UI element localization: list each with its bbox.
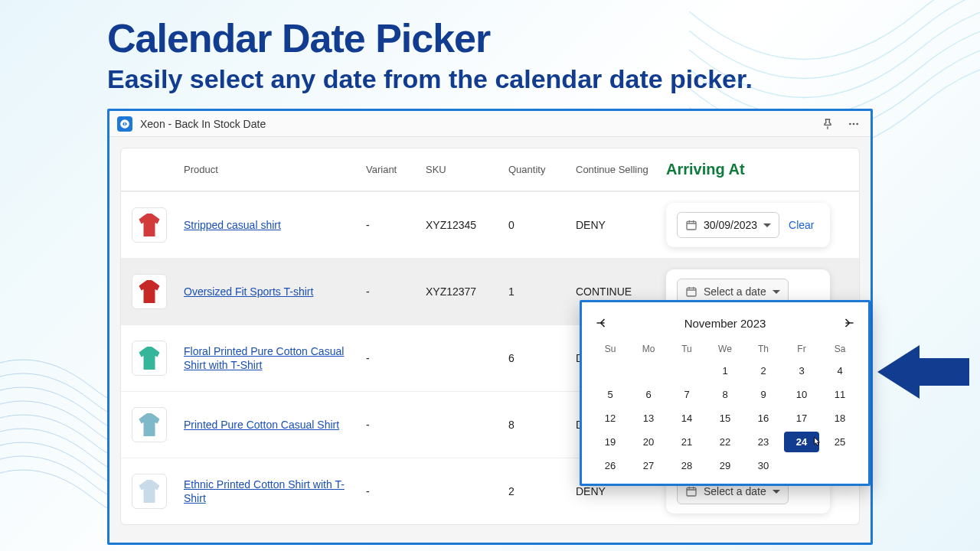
chevron-down-icon [773, 290, 780, 294]
calendar-day[interactable]: 11 [822, 384, 858, 405]
page-subtitle: Easily select any date from the calendar… [107, 64, 980, 94]
calendar-day[interactable]: 30 [746, 455, 781, 476]
quantity-cell: 2 [508, 485, 570, 497]
calendar-blank [669, 360, 704, 381]
col-continue: Continue Selling [576, 164, 660, 175]
table-header: Product Variant SKU Quantity Continue Se… [120, 148, 860, 191]
calendar-day[interactable]: 15 [707, 408, 743, 429]
product-link[interactable]: Oversized Fit Sports T-shirt [184, 285, 360, 298]
continue-cell: DENY [576, 219, 660, 231]
calendar-day[interactable]: 4 [822, 360, 858, 381]
continue-cell: DENY [576, 485, 660, 497]
svg-rect-3 [687, 221, 696, 230]
chevron-down-icon [763, 223, 771, 227]
product-thumbnail [132, 207, 167, 243]
app-icon [117, 116, 132, 132]
product-link[interactable]: Floral Printed Pure Cotton Casual Shirt … [184, 344, 360, 372]
calendar-day[interactable]: 10 [784, 384, 819, 405]
calendar-day[interactable]: 22 [707, 432, 743, 452]
col-product: Product [184, 164, 360, 175]
svg-point-1 [853, 122, 855, 125]
calendar-day[interactable]: 12 [593, 408, 628, 429]
calendar-day[interactable]: 9 [746, 384, 781, 405]
calendar-weekday: Fr [784, 341, 819, 357]
quantity-cell: 8 [508, 419, 570, 431]
quantity-cell: 1 [508, 285, 570, 298]
col-quantity: Quantity [508, 164, 570, 175]
product-thumbnail [132, 474, 167, 509]
app-panel: Xeon - Back In Stock Date Product Varian… [107, 109, 873, 545]
sku-cell: XYZ12377 [426, 285, 502, 298]
cursor-icon [811, 436, 823, 448]
calendar-weekday: Tu [669, 341, 704, 357]
calendar-blank [593, 360, 628, 381]
calendar-day[interactable]: 19 [593, 432, 628, 452]
more-icon[interactable] [844, 115, 863, 133]
calendar-day[interactable]: 6 [631, 384, 666, 405]
product-link[interactable]: Ethnic Printed Cotton Shirt with T-Shirt [184, 478, 360, 505]
calendar-day[interactable]: 3 [784, 360, 819, 381]
date-selected-button[interactable]: 30/09/2023 [677, 212, 779, 238]
calendar-weekday: Sa [822, 341, 858, 357]
calendar-day[interactable]: 26 [593, 455, 628, 476]
calendar-day[interactable]: 5 [593, 384, 628, 405]
table-row: Stripped casual shirt-XYZ123450DENY30/09… [121, 191, 859, 258]
callout-arrow-icon [877, 341, 969, 403]
variant-cell: - [366, 219, 420, 231]
svg-rect-7 [687, 487, 696, 496]
product-thumbnail [132, 274, 167, 309]
calendar-blank [631, 360, 666, 381]
continue-cell: CONTINUE [576, 285, 660, 298]
calendar-title: November 2023 [684, 317, 766, 330]
calendar-day[interactable]: 7 [669, 384, 704, 405]
calendar-next-button[interactable] [838, 313, 858, 333]
calendar-day[interactable]: 20 [631, 432, 666, 452]
calendar-day[interactable]: 21 [669, 432, 704, 452]
product-link[interactable]: Printed Pure Cotton Casual Shirt [184, 418, 360, 432]
calendar-day[interactable]: 14 [669, 408, 704, 429]
variant-cell: - [366, 352, 420, 364]
calendar-day[interactable]: 17 [784, 408, 819, 429]
variant-cell: - [366, 285, 420, 298]
svg-marker-8 [877, 345, 969, 399]
calendar-day[interactable]: 2 [746, 360, 781, 381]
product-thumbnail [132, 407, 167, 442]
col-variant: Variant [366, 164, 420, 175]
variant-cell: - [366, 485, 420, 497]
arriving-card: 30/09/2023Clear [666, 203, 830, 247]
product-link[interactable]: Stripped casual shirt [184, 218, 360, 232]
svg-rect-4 [687, 288, 696, 296]
chevron-down-icon [773, 490, 780, 494]
calendar-weekday: Su [593, 341, 628, 357]
col-arriving: Arriving At [666, 161, 848, 178]
calendar-day[interactable]: 13 [631, 408, 666, 429]
calendar-day[interactable]: 29 [707, 455, 743, 476]
calendar-weekday: We [707, 341, 743, 357]
quantity-cell: 0 [508, 219, 570, 231]
svg-point-2 [856, 122, 858, 125]
variant-cell: - [366, 419, 420, 431]
calendar-day[interactable]: 18 [822, 408, 858, 429]
calendar-day[interactable]: 1 [707, 360, 743, 381]
calendar-day[interactable]: 8 [707, 384, 743, 405]
calendar-day[interactable]: 25 [822, 432, 858, 452]
window-title: Xeon - Back In Stock Date [140, 118, 266, 130]
svg-point-0 [849, 122, 851, 125]
page-title: Calendar Date Picker [107, 15, 980, 61]
product-thumbnail [132, 341, 167, 376]
calendar-weekday: Mo [631, 341, 666, 357]
calendar-prev-button[interactable] [593, 313, 612, 333]
calendar-day[interactable]: 23 [746, 432, 781, 452]
quantity-cell: 6 [508, 352, 570, 364]
clear-date-link[interactable]: Clear [789, 219, 814, 231]
date-picker-popover: November 2023 SuMoTuWeThFrSa123456789101… [580, 300, 871, 486]
col-sku: SKU [426, 164, 502, 175]
sku-cell: XYZ12345 [426, 219, 502, 231]
pin-icon[interactable] [818, 115, 837, 133]
calendar-day[interactable]: 28 [669, 455, 704, 476]
calendar-day[interactable]: 27 [631, 455, 666, 476]
titlebar: Xeon - Back In Stock Date [109, 111, 871, 137]
calendar-day[interactable]: 16 [746, 408, 781, 429]
calendar-weekday: Th [746, 341, 781, 357]
